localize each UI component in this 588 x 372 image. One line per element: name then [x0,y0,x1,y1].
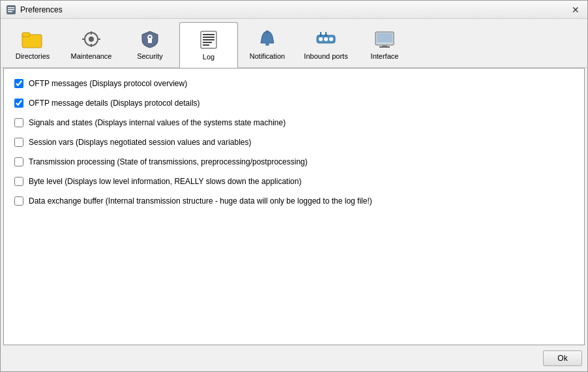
tab-interface-label: Interface [371,52,399,60]
svg-point-24 [329,37,333,41]
tab-maintenance[interactable]: Maintenance [62,22,121,67]
notification-icon [257,29,278,50]
log-icon [198,29,219,50]
tab-log[interactable]: Log [179,22,238,68]
maintenance-icon [81,29,102,50]
checkbox-row-oftp-messages: OFTP messages (Displays protocol overvie… [14,79,574,88]
tab-directories-label: Directories [16,52,50,60]
checkbox-label-oftp-details[interactable]: OFTP message details (Displays protocol … [29,99,200,108]
svg-rect-12 [148,38,152,43]
checkbox-oftp-messages[interactable] [14,79,23,88]
tab-notification[interactable]: Notification [238,22,297,67]
checkbox-label-transmission-processing[interactable]: Transmission processing (State of transm… [29,157,308,166]
ok-button[interactable]: Ok [543,350,582,366]
checkbox-row-oftp-details: OFTP message details (Displays protocol … [14,99,574,108]
checkbox-byte-level[interactable] [14,177,23,186]
directories-icon [22,29,43,50]
svg-rect-15 [203,37,214,38]
security-icon [140,29,160,50]
tab-log-label: Log [203,53,214,61]
svg-rect-28 [377,33,392,42]
svg-rect-17 [203,42,212,43]
checkbox-label-oftp-messages[interactable]: OFTP messages (Displays protocol overvie… [29,79,187,88]
svg-rect-5 [22,33,30,37]
interface-icon [374,29,395,50]
checkbox-label-data-exchange[interactable]: Data exchange buffer (Internal transmiss… [29,196,372,206]
checkbox-oftp-details[interactable] [14,99,23,108]
svg-rect-14 [203,34,214,35]
svg-rect-3 [8,11,12,12]
tab-directories[interactable]: Directories [3,22,62,67]
tab-notification-label: Notification [250,52,285,60]
svg-rect-8 [91,31,92,35]
svg-rect-18 [203,44,209,46]
window-title: Preferences [20,5,569,14]
svg-point-22 [319,37,323,41]
checkbox-session-vars[interactable] [14,138,23,147]
inbound-ports-icon [316,29,336,50]
svg-point-20 [266,31,269,33]
svg-rect-11 [97,39,100,40]
checkbox-label-byte-level[interactable]: Byte level (Displays low level informati… [29,177,301,186]
tab-maintenance-label: Maintenance [71,52,112,60]
svg-point-23 [324,37,328,41]
checkbox-transmission-processing[interactable] [14,157,23,166]
checkbox-row-data-exchange: Data exchange buffer (Internal transmiss… [14,196,574,206]
checkbox-label-session-vars[interactable]: Session vars (Displays negotiated sessio… [29,138,252,147]
checkbox-label-signals-states[interactable]: Signals and states (Displays internal va… [29,118,286,127]
preferences-window: Preferences ✕ Directories [0,0,588,372]
footer: Ok [1,348,587,371]
svg-rect-16 [203,39,214,40]
svg-point-7 [89,37,94,42]
checkbox-row-transmission-processing: Transmission processing (State of transm… [14,157,574,166]
tab-inbound-ports-label: Inbound ports [304,52,347,60]
svg-rect-2 [8,9,14,10]
checkbox-row-signals-states: Signals and states (Displays internal va… [14,118,574,127]
svg-rect-19 [265,43,269,46]
tab-security-label: Security [137,52,163,60]
svg-rect-30 [379,46,390,48]
svg-rect-9 [91,44,92,47]
checkboxes-container: OFTP messages (Displays protocol overvie… [14,79,574,206]
tab-inbound-ports[interactable]: Inbound ports [297,22,355,67]
tab-security[interactable]: Security [121,22,179,67]
checkbox-row-byte-level: Byte level (Displays low level informati… [14,177,574,186]
toolbar: Directories Maintenance [1,19,587,68]
app-icon [6,5,16,15]
svg-rect-10 [82,39,85,40]
close-button[interactable]: ✕ [569,3,582,16]
tab-interface[interactable]: Interface [355,22,414,67]
checkbox-signals-states[interactable] [14,118,23,127]
title-bar: Preferences ✕ [1,1,587,19]
svg-rect-1 [8,7,14,8]
content-area: OFTP messages (Displays protocol overvie… [3,68,585,345]
checkbox-data-exchange[interactable] [14,196,23,206]
checkbox-row-session-vars: Session vars (Displays negotiated sessio… [14,138,574,147]
